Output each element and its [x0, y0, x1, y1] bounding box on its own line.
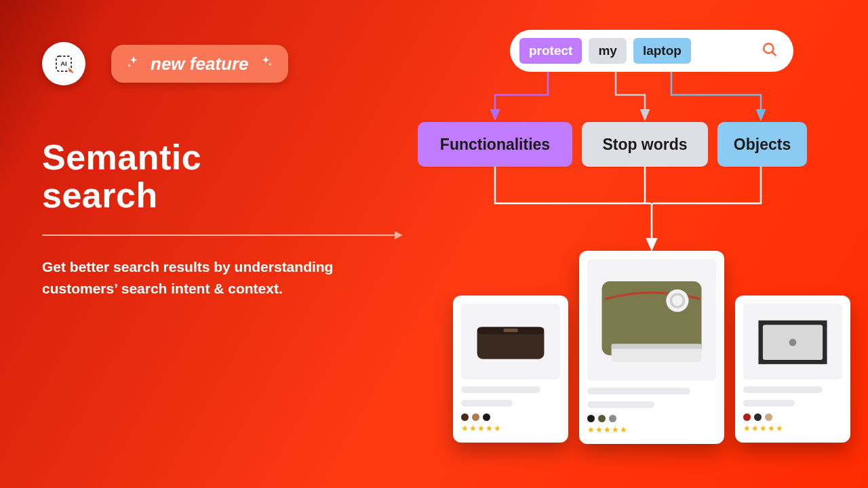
rating-stars: ★★★★★	[743, 424, 842, 433]
new-feature-badge: new feature	[111, 45, 288, 83]
search-token-my[interactable]: my	[589, 38, 626, 64]
rating-stars: ★★★★★	[587, 425, 716, 434]
product-thumb	[461, 304, 560, 380]
svg-line-3	[772, 52, 775, 55]
search-icon[interactable]	[761, 41, 778, 61]
rating-stars: ★★★★★	[461, 424, 560, 433]
search-token-protect[interactable]: protect	[519, 38, 582, 64]
placeholder-line	[461, 386, 540, 393]
color-swatches	[587, 415, 716, 422]
placeholder-line	[743, 400, 795, 407]
search-token-laptop[interactable]: laptop	[633, 38, 691, 64]
color-swatches	[461, 413, 560, 421]
product-card[interactable]: ★★★★★	[735, 296, 850, 443]
category-functionalities: Functionalities	[418, 122, 572, 167]
product-card[interactable]: ★★★★★	[579, 251, 724, 444]
product-thumb	[743, 304, 842, 380]
ai-icon: AI	[52, 52, 75, 75]
svg-point-8	[666, 289, 688, 312]
category-stopwords: Stop words	[582, 122, 708, 167]
subtitle: Get better search results by understandi…	[42, 256, 381, 299]
svg-rect-10	[612, 344, 702, 349]
svg-rect-6	[503, 329, 518, 332]
placeholder-line	[743, 386, 823, 393]
placeholder-line	[587, 388, 690, 394]
color-swatches	[743, 413, 842, 421]
divider-arrow	[42, 235, 401, 236]
placeholder-line	[461, 400, 513, 407]
page-title: Semanticsearch	[42, 138, 201, 214]
product-thumb	[587, 259, 716, 381]
search-bar[interactable]: protect my laptop	[510, 30, 793, 72]
svg-point-13	[789, 339, 797, 346]
sparkle-icon	[126, 54, 141, 75]
svg-text:AI: AI	[60, 60, 66, 67]
placeholder-line	[587, 401, 654, 408]
product-card[interactable]: ★★★★★	[453, 296, 568, 443]
category-objects: Objects	[717, 122, 807, 167]
new-feature-label: new feature	[151, 54, 249, 75]
sparkle-icon	[258, 54, 273, 75]
ai-icon-badge: AI	[42, 42, 85, 85]
